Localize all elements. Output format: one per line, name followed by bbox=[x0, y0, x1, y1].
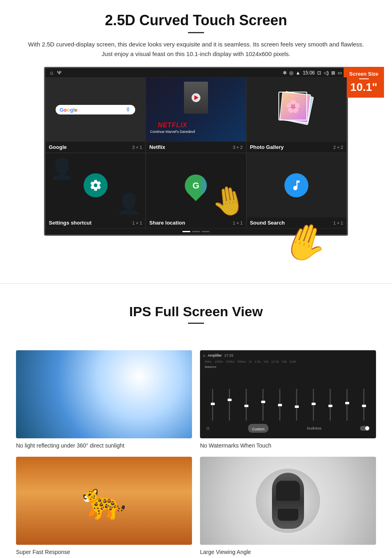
sunlight-image bbox=[16, 350, 192, 438]
amp-custom-button[interactable]: Custom bbox=[248, 424, 268, 433]
amp-balance-label: Balance bbox=[205, 365, 216, 369]
status-bar: ⌂ Ψ ✻ ◎ ▲ 15:06 ⊡ ◁) ⊠ ▭ bbox=[45, 68, 347, 77]
share-location-app-image: G 🤚 bbox=[146, 153, 246, 217]
gear-icon bbox=[89, 179, 102, 192]
netflix-logo-text: NETFLIX bbox=[150, 122, 195, 129]
amp-slider-7 bbox=[306, 389, 321, 421]
share-location-app-size: 1 × 1 bbox=[233, 221, 243, 225]
location-icon: ◎ bbox=[289, 70, 293, 76]
amp-slider-6 bbox=[289, 389, 304, 421]
app-grid-row1: Google 🎙 Google 3 × 1 bbox=[45, 77, 347, 153]
slider-thumb-9 bbox=[345, 402, 349, 404]
amp-footer: ⟨⟨ Custom loudness bbox=[203, 422, 373, 434]
settings-shadow-icon: 👤 bbox=[50, 157, 74, 181]
amp-slider-1 bbox=[205, 389, 220, 421]
slider-track-6 bbox=[296, 389, 297, 421]
car-image bbox=[200, 457, 376, 545]
sunlight-graphic bbox=[16, 350, 192, 438]
car-body bbox=[272, 473, 304, 529]
g-yellow: o bbox=[67, 107, 70, 113]
amp-title: Amplifier bbox=[208, 353, 222, 357]
photo-gallery-app-label: Photo Gallery 2 × 2 bbox=[247, 142, 346, 153]
amp-loudness-label: loudness bbox=[307, 426, 322, 430]
settings-icon-circle bbox=[84, 173, 108, 197]
google-cell-background: Google 🎙 bbox=[46, 78, 145, 142]
netflix-app-image: NETFLIX Continue Marvel's Daredevil bbox=[146, 78, 246, 142]
ips-section: IPS Full Screen View bbox=[0, 296, 392, 342]
microphone-icon: 🎙 bbox=[126, 106, 131, 113]
slider-track-10 bbox=[363, 389, 364, 421]
signal-icon: ▲ bbox=[296, 70, 300, 76]
sound-search-app-cell[interactable]: Sound Search 1 × 1 bbox=[246, 153, 347, 229]
page-indicator bbox=[45, 229, 347, 235]
google-app-label: Google 3 × 1 bbox=[46, 142, 145, 153]
maps-logo: G bbox=[185, 175, 207, 197]
netflix-app-label: Netflix 3 × 2 bbox=[146, 142, 246, 153]
amp-slider-9 bbox=[339, 389, 354, 421]
volume-icon: ◁) bbox=[324, 70, 329, 76]
slider-thumb-7 bbox=[312, 403, 316, 405]
badge-dash bbox=[359, 78, 369, 79]
x-box-icon: ⊠ bbox=[331, 70, 335, 76]
slider-thumb-8 bbox=[328, 405, 332, 407]
google-app-cell[interactable]: Google 🎙 Google 3 × 1 bbox=[45, 77, 146, 153]
settings-background: 👤 👤 bbox=[46, 153, 145, 217]
google-search-bar[interactable]: Google 🎙 bbox=[56, 105, 135, 114]
slider-track-2 bbox=[229, 389, 230, 421]
netflix-play-button[interactable] bbox=[192, 93, 200, 102]
share-location-background: G 🤚 bbox=[146, 153, 246, 217]
sound-search-app-size: 1 × 1 bbox=[333, 221, 343, 225]
amp-freq-labels: 60hz 100hz 200hz 500hz 1k 2.5k 10k 12.5k… bbox=[203, 359, 373, 364]
touch-screen-title: 2.5D Curved Touch Screen bbox=[24, 12, 368, 29]
sound-search-app-label: Sound Search 1 × 1 bbox=[247, 217, 346, 228]
slider-thumb-2 bbox=[228, 399, 232, 401]
page-dot-2 bbox=[202, 231, 210, 232]
touch-screen-section: 2.5D Curved Touch Screen With 2.5D curve… bbox=[0, 0, 392, 271]
screen-size-badge: Screen Size 10.1" bbox=[344, 67, 384, 98]
cheetah-feature: 🐆 Super Fast Response bbox=[16, 457, 192, 555]
amp-toggle[interactable] bbox=[360, 426, 370, 431]
home-icon: ⌂ bbox=[50, 70, 53, 76]
g-red: o bbox=[64, 107, 67, 113]
badge-label: Screen Size bbox=[349, 71, 378, 77]
flower-emoji: 🌸 bbox=[286, 99, 300, 113]
amp-toggle-thumb bbox=[365, 426, 369, 430]
settings-shadow-icon2: 👤 bbox=[116, 192, 141, 215]
page-dot-1 bbox=[192, 231, 200, 232]
amp-time: 17:33 bbox=[224, 353, 233, 357]
sound-icon-circle bbox=[284, 173, 308, 197]
amp-slider-10 bbox=[356, 389, 371, 421]
sunlight-feature: No light reflecting under 360° direct su… bbox=[16, 350, 192, 449]
slider-thumb-5 bbox=[278, 404, 282, 406]
usb-icon: Ψ bbox=[57, 70, 62, 76]
cheetah-caption: Super Fast Response bbox=[16, 549, 192, 555]
slider-track-5 bbox=[279, 389, 280, 421]
netflix-app-cell[interactable]: NETFLIX Continue Marvel's Daredevil Netf… bbox=[146, 77, 246, 153]
amp-prev-icon: ⟨⟨ bbox=[206, 426, 210, 430]
car-caption: Large Viewing Angle bbox=[200, 549, 376, 555]
slider-thumb-3 bbox=[244, 405, 248, 407]
car-circle-bg bbox=[256, 469, 320, 533]
sound-search-background bbox=[247, 153, 346, 217]
amp-sliders bbox=[203, 373, 373, 421]
share-location-app-cell[interactable]: G 🤚 Share location 1 × 1 bbox=[146, 153, 246, 229]
cheetah-emoji: 🐆 bbox=[82, 480, 126, 522]
settings-app-name: Settings shortcut bbox=[49, 220, 92, 226]
ips-section-title: IPS Full Screen View bbox=[24, 304, 368, 319]
amp-header: ⌂ Amplifier 17:33 bbox=[203, 353, 373, 357]
amp-slider-3 bbox=[238, 389, 254, 421]
settings-app-cell[interactable]: 👤 👤 Settings shortcut 1 × 1 bbox=[45, 153, 146, 229]
hand-pointer-icon: 🤚 bbox=[208, 182, 246, 217]
photo-gallery-app-cell[interactable]: 🌸 Photo Gallery 2 × 2 bbox=[246, 77, 347, 153]
page-dot-active bbox=[182, 231, 190, 232]
maps-g-letter: G bbox=[192, 180, 199, 191]
photo-gallery-background: 🌸 bbox=[247, 78, 346, 142]
photo-card-1: 🌸 bbox=[278, 92, 307, 120]
device-mockup: Screen Size 10.1" ⌂ Ψ ✻ ◎ ▲ 15:06 ⊡ ◁) ⊠ bbox=[44, 67, 348, 236]
settings-app-size: 1 × 1 bbox=[132, 221, 142, 225]
amplifier-feature: ⌂ Amplifier 17:33 60hz 100hz 200hz 500hz… bbox=[200, 350, 376, 449]
g-red2: e bbox=[75, 107, 78, 113]
g-blue2: g bbox=[70, 107, 73, 113]
bluetooth-icon: ✻ bbox=[283, 70, 287, 76]
slider-track-9 bbox=[346, 389, 348, 421]
